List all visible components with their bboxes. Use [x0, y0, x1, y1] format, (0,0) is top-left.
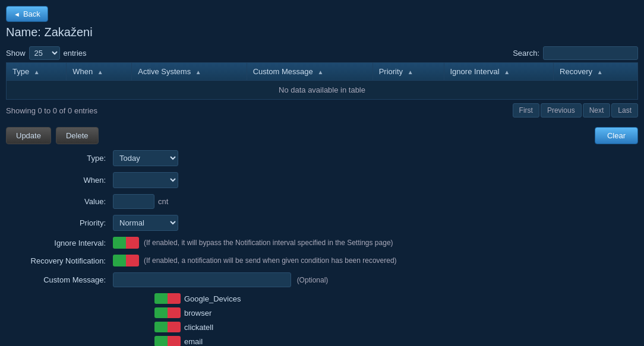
ignore-interval-row: Ignore Interval: (If enabled, it will by…: [6, 237, 638, 249]
priority-row: Priority: Normal High Critical: [6, 215, 638, 231]
recovery-toggle[interactable]: [113, 255, 139, 266]
action-row: Update Delete Clear: [0, 121, 644, 150]
sort-arrow-ignore: ▲: [504, 69, 510, 75]
sort-arrow-active: ▲: [195, 69, 201, 75]
service-toggle-browser[interactable]: [154, 307, 181, 318]
priority-label: Priority:: [6, 218, 113, 227]
sort-arrow-recovery: ▲: [597, 69, 603, 75]
when-input: Greater than Less than: [113, 172, 178, 188]
showing-text: Showing 0 to 0 of 0 entries: [6, 106, 97, 115]
service-item: Google_Devices: [154, 293, 644, 304]
sort-arrow-custom: ▲: [317, 69, 323, 75]
type-input: Today Week Month: [113, 150, 178, 166]
type-label: Type:: [6, 154, 113, 163]
col-priority[interactable]: Priority ▲: [372, 63, 444, 81]
svc-toggle-on-2: [154, 322, 168, 332]
recovery-toggle-container: (If enabled, a notification will be send…: [113, 255, 397, 266]
custom-message-label: Custom Message:: [6, 275, 113, 284]
data-table: Type ▲ When ▲ Active Systems ▲ Custom Me…: [6, 62, 638, 100]
empty-message: No data available in table: [7, 81, 638, 100]
cnt-suffix: cnt: [158, 197, 168, 206]
priority-input: Normal High Critical: [113, 215, 178, 231]
show-entries-control: Show 10 25 50 100 entries: [6, 46, 87, 60]
priority-select[interactable]: Normal High Critical: [113, 215, 178, 231]
recovery-toggle-off: [126, 255, 139, 266]
svc-toggle-off-1: [168, 307, 181, 318]
svc-toggle-on-3: [154, 336, 168, 346]
update-button[interactable]: Update: [6, 127, 51, 144]
service-name-browser: browser: [184, 309, 211, 318]
recovery-toggle-on: [113, 255, 126, 266]
service-toggle-Google_Devices[interactable]: [154, 293, 181, 304]
action-left: Update Delete: [6, 127, 99, 144]
custom-message-input-area: (Optional): [113, 272, 328, 287]
svc-toggle-on-1: [154, 307, 168, 318]
search-input[interactable]: [543, 46, 638, 60]
svc-toggle-on-0: [154, 293, 168, 304]
table-controls: Show 10 25 50 100 entries Search:: [0, 44, 644, 62]
delete-button[interactable]: Delete: [56, 127, 99, 144]
value-input-area: cnt: [113, 194, 168, 209]
page-title: Name: Zakaženi: [6, 26, 644, 39]
custom-message-input[interactable]: [113, 272, 291, 287]
value-input[interactable]: [113, 194, 154, 209]
service-toggle-email[interactable]: [154, 336, 181, 346]
type-select[interactable]: Today Week Month: [113, 150, 178, 166]
entries-label: entries: [64, 49, 87, 58]
when-select[interactable]: Greater than Less than: [113, 172, 178, 188]
recovery-hint: (If enabled, a notification will be send…: [144, 256, 397, 265]
col-when[interactable]: When ▲: [67, 63, 132, 81]
col-type[interactable]: Type ▲: [7, 63, 67, 81]
entries-select[interactable]: 10 25 50 100: [29, 46, 60, 60]
pagination-buttons: First Previous Next Last: [513, 103, 638, 118]
form-section: Type: Today Week Month When: Greater tha…: [0, 150, 644, 287]
recovery-label: Recovery Notification:: [6, 256, 113, 265]
svc-toggle-off-3: [168, 336, 181, 346]
toggle-off-part: [126, 237, 139, 249]
search-area: Search:: [513, 46, 638, 60]
svc-toggle-off-0: [168, 293, 181, 304]
sort-arrow-when: ▲: [97, 69, 103, 75]
ignore-interval-toggle-container: (If enabled, it will bypass the Notifica…: [113, 237, 393, 249]
service-name-email: email: [184, 337, 203, 346]
col-recovery[interactable]: Recovery ▲: [554, 63, 638, 81]
svc-toggle-off-2: [168, 322, 181, 332]
previous-page-button[interactable]: Previous: [541, 103, 582, 118]
type-row: Type: Today Week Month: [6, 150, 638, 166]
back-button[interactable]: Back: [6, 6, 48, 22]
col-ignore-interval[interactable]: Ignore Interval ▲: [444, 63, 554, 81]
service-toggle-clickatell[interactable]: [154, 322, 181, 332]
ignore-interval-toggle[interactable]: [113, 237, 139, 249]
sort-arrow-priority: ▲: [408, 69, 413, 75]
last-page-button[interactable]: Last: [611, 103, 638, 118]
recovery-row: Recovery Notification: (If enabled, a no…: [6, 255, 638, 266]
custom-message-row: Custom Message: (Optional): [6, 272, 638, 287]
show-label: Show: [6, 49, 26, 58]
service-name-clickatell: clickatell: [184, 323, 213, 332]
table-row: No data available in table: [7, 81, 638, 100]
pagination-row: Showing 0 to 0 of 0 entries First Previo…: [0, 100, 644, 121]
col-active-systems[interactable]: Active Systems ▲: [132, 63, 247, 81]
ignore-interval-label: Ignore Interval:: [6, 239, 113, 247]
ignore-interval-hint: (If enabled, it will bypass the Notifica…: [144, 239, 393, 247]
search-label: Search:: [513, 49, 539, 58]
clear-button[interactable]: Clear: [595, 127, 638, 144]
col-custom-message[interactable]: Custom Message ▲: [247, 63, 372, 81]
sort-arrow-type: ▲: [34, 69, 40, 75]
first-page-button[interactable]: First: [513, 103, 539, 118]
next-page-button[interactable]: Next: [583, 103, 611, 118]
value-label: Value:: [6, 197, 113, 206]
service-list: Google_Devices browser clickatell email: [154, 293, 644, 346]
service-name-Google_Devices: Google_Devices: [184, 294, 241, 303]
value-row: Value: cnt: [6, 194, 638, 209]
optional-label: (Optional): [297, 276, 329, 284]
when-row: When: Greater than Less than: [6, 172, 638, 188]
toggle-on-part: [113, 237, 126, 249]
when-label: When:: [6, 176, 113, 185]
service-item: clickatell: [154, 322, 644, 332]
service-item: email: [154, 336, 644, 346]
service-item: browser: [154, 307, 644, 318]
